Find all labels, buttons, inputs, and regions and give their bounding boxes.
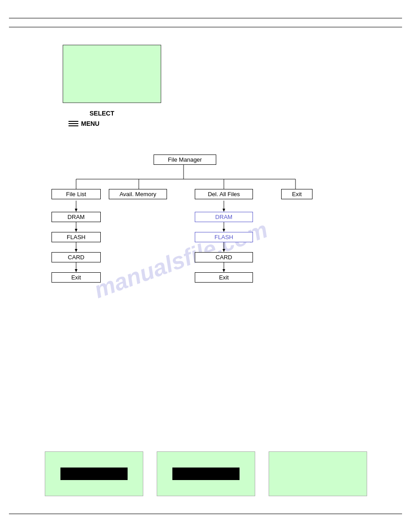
node-del-all-files[interactable]: Del. All Files [195,189,253,199]
node-fl-exit[interactable]: Exit [51,272,101,283]
svg-marker-15 [223,209,225,212]
node-fl-flash[interactable]: FLASH [51,232,101,242]
top-rule-2 [9,27,402,27]
node-avail-memory[interactable]: Avail. Memory [109,189,167,199]
black-bar-1 [60,468,128,480]
menu-icon [68,121,78,126]
svg-marker-19 [223,249,225,252]
select-label: SELECT [90,110,114,117]
node-file-list[interactable]: File List [51,189,101,199]
tree-diagram: File Manager File List Avail. Memory Del… [36,152,367,336]
svg-marker-9 [75,229,77,232]
menu-text: MENU [81,120,99,127]
node-da-card[interactable]: CARD [195,252,253,262]
bottom-box-3 [269,451,367,496]
node-fl-card[interactable]: CARD [51,252,101,262]
node-exit-top[interactable]: Exit [281,189,313,199]
menu-label: MENU [68,120,99,127]
node-da-flash[interactable]: FLASH [195,232,253,242]
svg-marker-7 [75,209,77,212]
svg-marker-21 [223,269,225,272]
svg-marker-11 [75,249,77,252]
svg-marker-17 [223,229,225,232]
node-fl-dram[interactable]: DRAM [51,212,101,222]
svg-marker-13 [75,269,77,272]
top-rule-1 [9,18,402,18]
bottom-box-1 [45,451,143,496]
bottom-boxes-container [45,451,375,496]
top-display-box [63,45,161,103]
node-da-dram[interactable]: DRAM [195,212,253,222]
node-file-manager[interactable]: File Manager [154,154,216,165]
bottom-box-2 [157,451,255,496]
bottom-rule [9,514,402,514]
node-da-exit[interactable]: Exit [195,272,253,283]
black-bar-2 [172,468,240,480]
